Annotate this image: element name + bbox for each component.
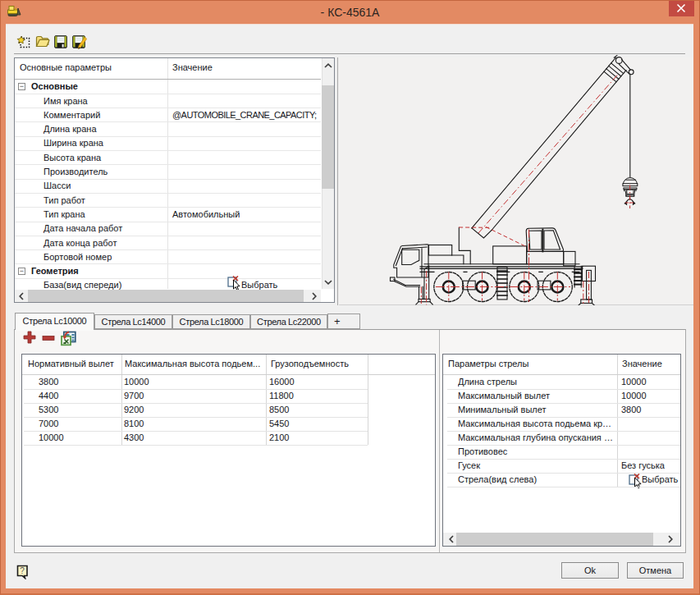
svg-text:?: ?: [20, 566, 25, 575]
